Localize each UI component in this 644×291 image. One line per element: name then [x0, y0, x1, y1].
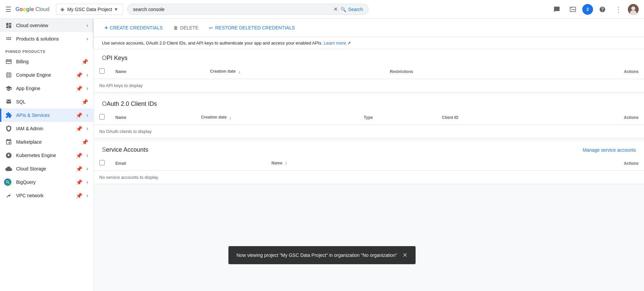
kubernetes-chevron-icon: › — [87, 152, 88, 158]
sidebar-item-apis-services[interactable]: APIs & Services 📌 › — [0, 108, 94, 122]
bigquery-pin-icon: 📌 — [76, 179, 83, 186]
compute-icon — [5, 72, 12, 78]
apis-chevron-icon: › — [87, 112, 88, 118]
snackbar-close-button[interactable]: ✕ — [402, 251, 408, 259]
plus-icon: + — [105, 25, 108, 31]
sidebar-item-label-cloud-overview: Cloud overview — [16, 23, 83, 28]
help-icon[interactable] — [596, 3, 609, 16]
sidebar-item-app-engine[interactable]: App Engine 📌 › — [0, 82, 94, 95]
service-accounts-title: Service Accounts — [102, 146, 148, 153]
billing-icon — [5, 58, 12, 65]
project-selector[interactable]: ◈ My GSC Data Project ▾ — [56, 4, 123, 15]
restore-button[interactable]: ↩ RESTORE DELETED CREDENTIALS — [206, 23, 298, 32]
oauth-section: OAuth 2.0 Client IDs Name Creation date … — [94, 95, 644, 138]
sa-select-all-header — [94, 156, 110, 171]
cloud-overview-chevron-icon: › — [87, 22, 88, 28]
sa-empty-message: No service accounts to display — [94, 171, 644, 184]
sidebar-item-cloud-overview[interactable]: Cloud overview › — [0, 19, 94, 32]
sidebar-item-label-cloud-storage: Cloud Storage — [16, 166, 72, 171]
apis-pin-icon: 📌 — [76, 112, 83, 119]
oauth-type-header: Type — [359, 110, 437, 125]
sa-select-all-checkbox[interactable] — [99, 160, 105, 165]
info-text: Use service accounts, OAuth 2.0 Client I… — [102, 41, 324, 46]
marketplace-icon — [5, 139, 12, 145]
sa-email-header: Email — [110, 156, 266, 171]
more-options-icon[interactable]: ⋮ — [612, 3, 625, 16]
topbar: ☰ Google Cloud ◈ My GSC Data Project ▾ ✕… — [0, 0, 644, 19]
oauth-actions-header: Actions — [543, 110, 644, 125]
google-cloud-logo: Google Cloud — [15, 6, 49, 12]
oauth-select-all-checkbox[interactable] — [99, 114, 105, 120]
sidebar-item-billing[interactable]: Billing 📌 — [0, 55, 94, 68]
api-keys-date-header[interactable]: Creation date ↓ — [205, 64, 384, 79]
terminal-icon[interactable] — [566, 3, 580, 16]
sidebar-item-marketplace[interactable]: Marketplace 📌 — [0, 135, 94, 149]
sa-empty-row: No service accounts to display — [94, 171, 644, 184]
sidebar-item-iam-admin[interactable]: IAM & Admin 📌 › — [0, 122, 94, 135]
iam-icon — [5, 125, 12, 132]
snackbar: Now viewing project "My GSC Data Project… — [228, 246, 416, 264]
sidebar-item-label-vpc-network: VPC network — [16, 193, 72, 198]
products-chevron-icon: › — [87, 36, 88, 42]
vpc-icon — [5, 192, 12, 199]
oauth-date-header[interactable]: Creation date ↓ — [196, 110, 358, 125]
sidebar-item-label-compute-engine: Compute Engine — [16, 72, 72, 78]
sql-pin-icon: 📌 — [82, 99, 88, 105]
service-accounts-section: Service Accounts Manage service accounts… — [94, 141, 644, 184]
sidebar-item-products-solutions[interactable]: Products & solutions › — [0, 32, 94, 46]
restore-icon: ↩ — [209, 25, 213, 30]
kubernetes-icon — [5, 152, 12, 159]
service-accounts-header-row: Service Accounts Manage service accounts — [94, 141, 644, 156]
avatar[interactable] — [628, 4, 639, 15]
sidebar-item-compute-engine[interactable]: Compute Engine 📌 › — [0, 68, 94, 82]
pinned-section-label: PINNED PRODUCTS — [0, 46, 94, 55]
oauth-name-header: Name — [110, 110, 196, 125]
snackbar-text: Now viewing project "My GSC Data Project… — [236, 252, 397, 259]
notification-badge[interactable]: 2 — [582, 4, 593, 15]
learn-more-link[interactable]: Learn more — [324, 41, 346, 46]
sidebar-item-vpc-network[interactable]: VPC network 📌 › — [0, 189, 94, 202]
info-bar: Use service accounts, OAuth 2.0 Client I… — [94, 37, 644, 49]
oauth-empty-row: No OAuth clients to display — [94, 125, 644, 138]
sidebar-item-bigquery[interactable]: BigQuery 📌 › — [0, 175, 94, 189]
sidebar-item-label-bigquery: BigQuery — [16, 179, 72, 185]
app-engine-chevron-icon: › — [87, 85, 88, 91]
api-keys-name-header: Name — [110, 64, 205, 79]
manage-service-accounts-link[interactable]: Manage service accounts — [583, 147, 636, 153]
api-keys-empty-row: No API keys to display — [94, 79, 644, 92]
dashboard-icon — [5, 22, 12, 29]
oauth-table: Name Creation date ↓ Type Client ID — [94, 110, 644, 138]
sidebar-item-label-iam-admin: IAM & Admin — [16, 126, 72, 131]
api-keys-select-all-checkbox[interactable] — [99, 68, 105, 74]
delete-button[interactable]: 🗑 DELETE — [171, 23, 201, 32]
action-bar: + CREATE CREDENTIALS 🗑 DELETE ↩ RESTORE … — [94, 19, 644, 37]
external-link-icon: ↗ — [347, 41, 351, 46]
project-name: My GSC Data Project — [67, 7, 112, 12]
sidebar-item-label-kubernetes-engine: Kubernetes Engine — [16, 153, 72, 158]
svg-point-1 — [631, 6, 635, 10]
search-input[interactable] — [133, 7, 331, 12]
search-button[interactable]: 🔍 Search — [340, 7, 363, 12]
sidebar-item-cloud-storage[interactable]: Cloud Storage 📌 › — [0, 162, 94, 175]
api-keys-select-all-header — [94, 64, 110, 79]
create-credentials-button[interactable]: + CREATE CREDENTIALS — [102, 23, 165, 33]
search-clear-icon[interactable]: ✕ — [333, 6, 338, 12]
sidebar-item-label-products-solutions: Products & solutions — [16, 36, 83, 42]
sidebar-item-sql[interactable]: SQL 📌 — [0, 95, 94, 108]
apis-icon — [5, 112, 12, 119]
menu-icon[interactable]: ☰ — [5, 5, 11, 13]
api-keys-restrictions-header: Restrictions — [385, 64, 533, 79]
app-engine-icon — [5, 85, 12, 92]
help-content-icon[interactable] — [550, 3, 564, 16]
sidebar-item-kubernetes-engine[interactable]: Kubernetes Engine 📌 › — [0, 149, 94, 162]
kubernetes-pin-icon: 📌 — [76, 152, 83, 159]
sa-actions-header: Actions — [459, 156, 644, 171]
vpc-pin-icon: 📌 — [76, 193, 83, 199]
sidebar-item-label-sql: SQL — [16, 99, 77, 104]
delete-icon: 🗑 — [173, 25, 178, 30]
iam-pin-icon: 📌 — [76, 126, 83, 132]
sidebar-item-label-billing: Billing — [16, 59, 77, 64]
app-engine-pin-icon: 📌 — [76, 85, 83, 92]
billing-pin-icon: 📌 — [82, 59, 88, 65]
sa-name-header[interactable]: Name ↑ — [266, 156, 459, 171]
